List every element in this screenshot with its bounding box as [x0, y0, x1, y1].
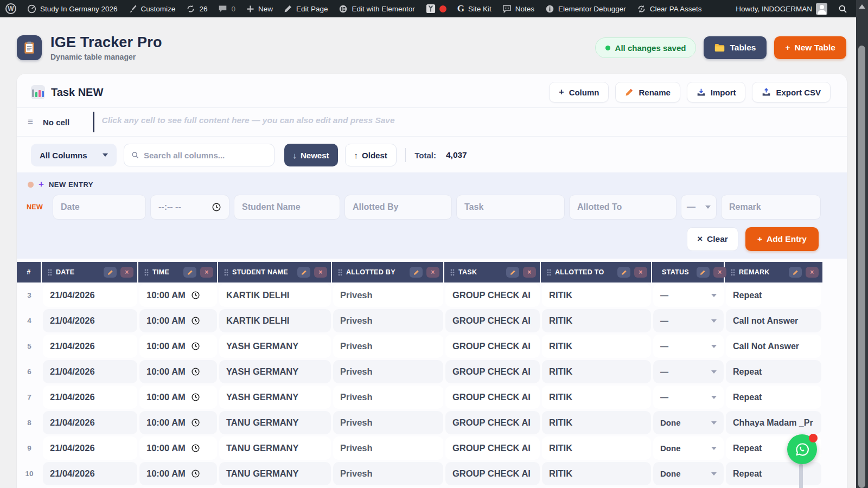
task-cell[interactable]: GROUP CHECK AI	[445, 411, 540, 434]
time-cell[interactable]: 10:00 AM	[139, 436, 217, 460]
allotted-by-cell[interactable]: Privesh	[333, 309, 443, 332]
drag-handle-icon[interactable]	[48, 269, 52, 276]
updates-menu[interactable]: 26	[181, 0, 213, 17]
sort-oldest-button[interactable]: ↑ Oldest	[345, 144, 397, 166]
allotted-to-cell[interactable]: RITIK	[542, 462, 651, 485]
allotted-by-cell[interactable]: Privesh	[333, 462, 443, 485]
task-cell[interactable]: GROUP CHECK AI	[445, 309, 540, 332]
allotted-by-cell[interactable]: Privesh	[333, 335, 443, 358]
delete-column-button[interactable]: ×	[426, 267, 439, 278]
student-name-cell[interactable]: TANU GERMANY	[219, 462, 331, 485]
status-select[interactable]: —	[653, 284, 724, 307]
remark-cell[interactable]: Call not Answer	[726, 309, 821, 332]
date-cell[interactable]: 21/04/2026	[43, 436, 137, 460]
edit-with-elementor-menu[interactable]: Edit with Elementor	[333, 0, 420, 17]
edit-column-button[interactable]	[297, 267, 310, 278]
elementor-debugger-menu[interactable]: Elementor Debugger	[540, 0, 631, 17]
allotted-by-cell[interactable]: Privesh	[333, 411, 443, 434]
column-header-time[interactable]: TIME ×	[138, 262, 218, 282]
student-name-field[interactable]	[234, 195, 340, 220]
student-name-cell[interactable]: TANU GERMANY	[219, 436, 331, 460]
wp-logo-menu[interactable]: W	[0, 0, 22, 17]
date-cell[interactable]: 21/04/2026	[43, 386, 137, 409]
remark-cell[interactable]: Chhaya Madam _Pr	[726, 411, 821, 434]
remark-cell[interactable]: Repeat	[726, 462, 821, 485]
drag-handle-icon[interactable]	[731, 269, 735, 276]
status-select[interactable]: —	[653, 309, 724, 332]
task-cell[interactable]: GROUP CHECK AI	[445, 436, 540, 460]
allotted-by-field[interactable]	[344, 195, 452, 220]
time-cell[interactable]: 10:00 AM	[139, 411, 217, 434]
site-kit-menu[interactable]: G Site Kit	[452, 0, 497, 17]
rename-button[interactable]: Rename	[615, 82, 680, 102]
task-cell[interactable]: GROUP CHECK AI	[445, 360, 540, 383]
date-cell[interactable]: 21/04/2026	[43, 284, 137, 307]
drag-handle-icon[interactable]	[547, 269, 551, 276]
date-cell[interactable]: 21/04/2026	[43, 309, 137, 332]
student-name-cell[interactable]: YASH GERMANY	[219, 360, 331, 383]
columns-dropdown[interactable]: All Columns	[31, 144, 117, 166]
add-entry-button[interactable]: + Add Entry	[745, 227, 819, 251]
date-cell[interactable]: 21/04/2026	[43, 335, 137, 358]
export-csv-button[interactable]: Export CSV	[752, 82, 831, 102]
remark-field[interactable]	[721, 195, 821, 220]
search-input[interactable]	[144, 151, 267, 160]
allotted-to-cell[interactable]: RITIK	[542, 386, 651, 409]
import-button[interactable]: Import	[687, 82, 746, 102]
time-field[interactable]: --:-- --	[150, 195, 229, 220]
status-select[interactable]: Done	[653, 411, 724, 434]
drag-handle-icon[interactable]	[338, 269, 342, 276]
clear-button[interactable]: × Clear	[687, 227, 738, 251]
column-header-student-name[interactable]: STUDENT NAME ×	[218, 262, 332, 282]
remark-cell[interactable]: Call Not Answer	[726, 335, 821, 358]
allotted-to-cell[interactable]: RITIK	[542, 411, 651, 434]
status-select[interactable]: —	[681, 195, 717, 220]
status-select[interactable]: —	[653, 335, 724, 358]
time-cell[interactable]: 10:00 AM	[139, 284, 217, 307]
customize-menu[interactable]: Customize	[123, 0, 181, 17]
column-header-date[interactable]: DATE ×	[42, 262, 138, 282]
delete-column-button[interactable]: ×	[200, 267, 213, 278]
browser-scrollbar[interactable]	[856, 0, 868, 488]
task-cell[interactable]: GROUP CHECK AI	[445, 335, 540, 358]
edit-column-button[interactable]	[617, 267, 630, 278]
drag-handle-icon[interactable]	[224, 269, 228, 276]
allotted-by-cell[interactable]: Privesh	[333, 386, 443, 409]
edit-column-button[interactable]	[410, 267, 423, 278]
time-cell[interactable]: 10:00 AM	[139, 386, 217, 409]
allotted-to-cell[interactable]: RITIK	[542, 335, 651, 358]
drag-handle-icon[interactable]	[144, 269, 149, 276]
allotted-to-cell[interactable]: RITIK	[542, 360, 651, 383]
edit-page-menu[interactable]: Edit Page	[278, 0, 334, 17]
status-select[interactable]: Done	[653, 462, 724, 485]
allotted-to-cell[interactable]: RITIK	[542, 284, 651, 307]
allotted-to-cell[interactable]: RITIK	[542, 309, 651, 332]
status-select[interactable]: Done	[653, 436, 724, 460]
add-column-button[interactable]: + Column	[549, 82, 609, 102]
allotted-by-cell[interactable]: Privesh	[333, 436, 443, 460]
column-header-allotted-to[interactable]: ALLOTTED TO ×	[541, 262, 652, 282]
allotted-to-field[interactable]	[569, 195, 676, 220]
date-cell[interactable]: 21/04/2026	[43, 411, 137, 434]
sort-newest-button[interactable]: ↓ Newest	[284, 144, 338, 166]
allotted-to-cell[interactable]: RITIK	[542, 436, 651, 460]
time-cell[interactable]: 10:00 AM	[139, 360, 217, 383]
site-menu[interactable]: Study In Germany 2026	[22, 0, 123, 17]
account-menu[interactable]: Howdy, INDOGERMAN	[730, 0, 833, 17]
student-name-cell[interactable]: KARTIK DELHI	[219, 284, 331, 307]
remark-cell[interactable]: Repeat	[726, 360, 821, 383]
time-cell[interactable]: 10:00 AM	[139, 309, 217, 332]
allotted-by-cell[interactable]: Privesh	[333, 284, 443, 307]
edit-column-button[interactable]	[506, 267, 519, 278]
task-field[interactable]	[456, 195, 565, 220]
student-name-cell[interactable]: KARTIK DELHI	[219, 309, 331, 332]
column-header-task[interactable]: TASK ×	[444, 262, 541, 282]
column-header-status[interactable]: STATUS ×	[652, 262, 725, 282]
delete-column-button[interactable]: ×	[634, 267, 647, 278]
clear-pa-assets-menu[interactable]: Clear PA Assets	[631, 0, 707, 17]
edit-column-button[interactable]	[789, 267, 802, 278]
column-header-remark[interactable]: REMARK ×	[725, 262, 822, 282]
time-cell[interactable]: 10:00 AM	[139, 335, 217, 358]
status-select[interactable]: —	[653, 386, 724, 409]
allotted-by-cell[interactable]: Privesh	[333, 360, 443, 383]
